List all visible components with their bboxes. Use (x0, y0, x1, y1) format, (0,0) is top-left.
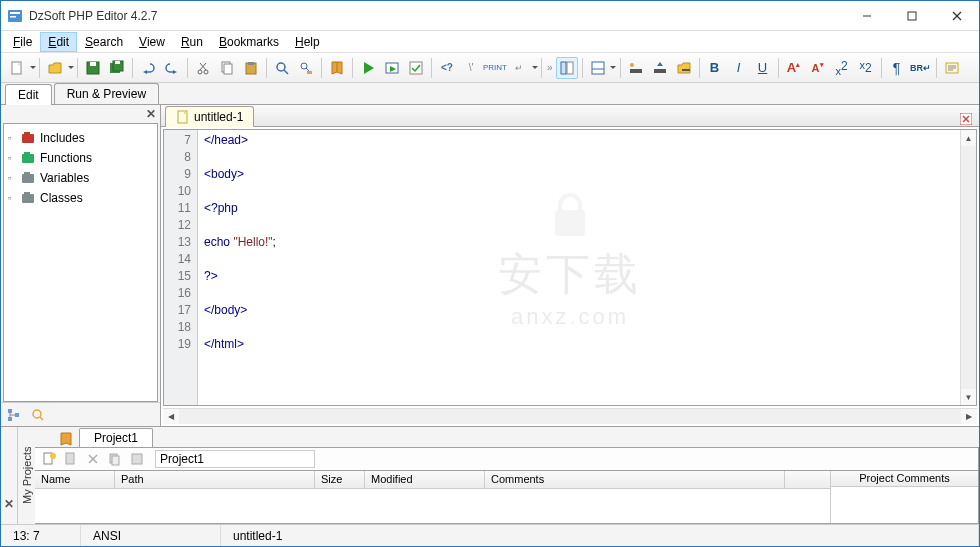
file-icon (176, 110, 190, 124)
help-contents-button[interactable] (326, 57, 348, 79)
panels-button[interactable] (587, 57, 609, 79)
svg-marker-14 (143, 70, 147, 74)
project-comments-header: Project Comments (831, 471, 978, 487)
column-header-name[interactable]: Name (35, 471, 115, 488)
copy-button[interactable] (216, 57, 238, 79)
options-button[interactable] (941, 57, 963, 79)
tree-view-icon[interactable] (3, 405, 25, 425)
sidebar-bottom-toolbar (1, 402, 160, 426)
menu-bookmarks[interactable]: Bookmarks (211, 32, 287, 52)
project-comments-panel: Project Comments (830, 471, 978, 523)
project-remove-icon[interactable] (83, 449, 103, 469)
run-browser-button[interactable] (381, 57, 403, 79)
svg-line-61 (40, 417, 43, 420)
bold-button[interactable]: B (704, 57, 726, 79)
run-button[interactable] (357, 57, 379, 79)
save-all-button[interactable] (106, 57, 128, 79)
print-button[interactable]: PRINT (484, 57, 506, 79)
tree-item-classes[interactable]: ▫Classes (4, 188, 157, 208)
file-tab-label: untitled-1 (194, 110, 243, 124)
check-syntax-button[interactable] (405, 57, 427, 79)
new-file-dropdown[interactable] (29, 63, 36, 72)
br-button[interactable]: BR↵ (910, 57, 932, 79)
svg-rect-49 (22, 154, 34, 163)
menu-file[interactable]: File (5, 32, 40, 52)
code-editor[interactable]: </head> <body> <?php echo "Hello!"; ?> <… (198, 130, 960, 405)
project-tab[interactable]: Project1 (79, 428, 153, 447)
file-tab-untitled[interactable]: untitled-1 (165, 106, 254, 127)
minimize-button[interactable] (844, 1, 889, 30)
menu-edit[interactable]: Edit (40, 32, 77, 52)
column-header-comments[interactable]: Comments (485, 471, 785, 488)
panels-dropdown[interactable] (610, 63, 617, 72)
scroll-up-icon[interactable]: ▲ (961, 130, 976, 146)
scroll-down-icon[interactable]: ▼ (961, 389, 976, 405)
save-button[interactable] (82, 57, 104, 79)
projects-close-button[interactable]: ✕ (4, 497, 14, 511)
vertical-scrollbar[interactable]: ▲ ▼ (960, 130, 976, 405)
code-explorer-button[interactable] (556, 57, 578, 79)
font-increase-button[interactable]: A▴ (783, 57, 805, 79)
svg-point-24 (277, 63, 285, 71)
horizontal-scrollbar[interactable]: ◀ ▶ (163, 408, 977, 424)
svg-rect-47 (22, 134, 34, 143)
paste-button[interactable] (240, 57, 262, 79)
comment-button[interactable]: \' (460, 57, 482, 79)
projects-vertical-tab[interactable]: My Projects (17, 427, 35, 524)
subscript-button[interactable]: x2 (855, 57, 877, 79)
open-file-dropdown[interactable] (67, 63, 74, 72)
column-header-path[interactable]: Path (115, 471, 315, 488)
svg-rect-54 (24, 192, 30, 195)
menu-search[interactable]: Search (77, 32, 131, 52)
close-button[interactable] (934, 1, 979, 30)
file-tab-close-icon[interactable] (959, 112, 973, 126)
more-snippets-dropdown[interactable] (531, 63, 538, 72)
new-file-button[interactable] (6, 57, 28, 79)
svg-rect-48 (24, 132, 30, 135)
svg-rect-75 (132, 454, 142, 464)
tree-item-includes[interactable]: ▫Includes (4, 128, 157, 148)
tree-item-functions[interactable]: ▫Functions (4, 148, 157, 168)
ftp-upload-button[interactable] (649, 57, 671, 79)
project-settings-icon[interactable] (127, 449, 147, 469)
project-add-icon[interactable] (61, 449, 81, 469)
tree-item-variables[interactable]: ▫Variables (4, 168, 157, 188)
column-header-size[interactable]: Size (315, 471, 365, 488)
project-new-file-icon[interactable] (39, 449, 59, 469)
refresh-tree-icon[interactable] (27, 405, 49, 425)
ftp-connect-button[interactable] (625, 57, 647, 79)
tab-run---preview[interactable]: Run & Preview (54, 83, 159, 104)
svg-rect-52 (24, 172, 30, 175)
paragraph-button[interactable]: ¶ (886, 57, 908, 79)
find-button[interactable] (271, 57, 293, 79)
svg-rect-21 (224, 64, 232, 74)
scroll-right-icon[interactable]: ▶ (961, 409, 977, 424)
replace-button[interactable] (295, 57, 317, 79)
cut-button[interactable] (192, 57, 214, 79)
redo-button[interactable] (161, 57, 183, 79)
superscript-button[interactable]: x2 (831, 57, 853, 79)
ftp-browse-button[interactable] (673, 57, 695, 79)
projects-rows[interactable] (35, 489, 830, 523)
line-gutter: 78910111213141516171819 (164, 130, 198, 405)
column-header-modified[interactable]: Modified (365, 471, 485, 488)
menu-run[interactable]: Run (173, 32, 211, 52)
tab-edit[interactable]: Edit (5, 84, 52, 105)
php-open-tag-button[interactable]: <? (436, 57, 458, 79)
italic-button[interactable]: I (728, 57, 750, 79)
font-decrease-button[interactable]: A▾ (807, 57, 829, 79)
maximize-button[interactable] (889, 1, 934, 30)
scroll-left-icon[interactable]: ◀ (163, 409, 179, 424)
project-comments-body[interactable] (831, 487, 978, 523)
code-explorer-tree[interactable]: ▫Includes▫Functions▫Variables▫Classes (3, 123, 158, 402)
menu-help[interactable]: Help (287, 32, 328, 52)
menu-view[interactable]: View (131, 32, 173, 52)
project-name-field[interactable] (155, 450, 315, 468)
svg-rect-23 (248, 62, 254, 65)
newline-button[interactable]: ↵ (508, 57, 530, 79)
sidebar-close-button[interactable]: ✕ (146, 107, 156, 121)
underline-button[interactable]: U (752, 57, 774, 79)
undo-button[interactable] (137, 57, 159, 79)
open-file-button[interactable] (44, 57, 66, 79)
project-copy-icon[interactable] (105, 449, 125, 469)
